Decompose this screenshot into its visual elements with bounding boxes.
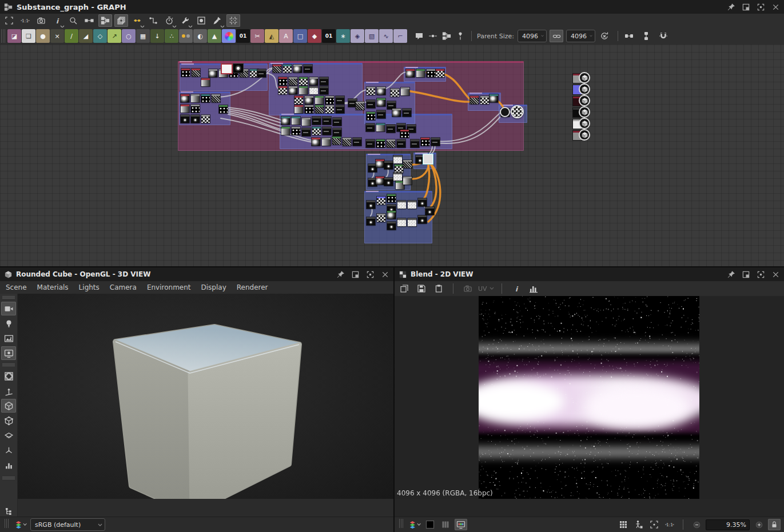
node-button-curve-dynamic[interactable]: ∿ [379,29,393,43]
graph-node[interactable] [283,65,292,73]
graph-node[interactable] [397,201,406,209]
stats-bars-button[interactable] [1,458,16,472]
graph-node[interactable] [191,94,200,102]
menu-scene[interactable]: Scene [6,282,27,293]
graph-node[interactable] [315,96,324,104]
graph-node[interactable] [480,96,489,104]
graph-node[interactable] [191,115,200,123]
node-button-link-dots[interactable] [179,29,193,43]
fit-frame-button[interactable] [648,519,660,530]
link-size-button[interactable] [550,30,563,42]
graph-node[interactable] [257,69,266,77]
search-button[interactable] [66,14,80,27]
graph-node[interactable] [281,127,290,135]
graph-node[interactable] [408,218,416,226]
terminal-node[interactable] [511,105,524,118]
graph-node[interactable] [393,173,402,181]
graph-node[interactable] [356,102,364,110]
menu-renderer[interactable]: Renderer [237,282,268,293]
plane-diamond-button[interactable] [1,429,16,442]
toolbar-grip[interactable] [1,29,5,43]
graph-node[interactable] [181,105,189,113]
graph-node[interactable] [403,160,412,168]
float-window-button[interactable] [351,270,360,279]
node-button-tile-sampler[interactable]: ▦ [136,29,150,43]
wrench-button[interactable] [178,14,192,27]
axes-button[interactable] [1,384,16,398]
timer-button[interactable] [162,14,176,27]
graph-node[interactable] [304,65,312,73]
graph-node[interactable] [309,77,318,85]
graph-node[interactable] [325,96,334,104]
graph-node[interactable] [201,94,210,102]
wire-sphere-button[interactable] [1,369,16,383]
actual-size-button[interactable]: 1:1 [663,519,676,530]
clean-brush-button[interactable] [210,14,224,27]
display-rgb-button[interactable] [455,519,467,530]
graph-node[interactable] [293,65,302,73]
graph-node[interactable] [387,139,395,147]
maximize-button[interactable] [756,2,766,12]
graph-node[interactable] [212,94,220,102]
graph-node[interactable] [273,65,281,73]
pin-node-button[interactable] [453,30,467,42]
graph-node[interactable] [384,161,393,169]
histogram-button[interactable] [527,282,540,295]
view3d-viewport[interactable] [0,294,393,499]
graph-node[interactable] [336,105,344,113]
graph-view-button[interactable] [98,14,112,27]
graph-node[interactable] [333,128,341,136]
share-graph-button[interactable] [440,30,453,42]
graph-node[interactable] [403,109,411,117]
graph-node[interactable] [312,138,320,146]
swatch-black-button[interactable] [424,519,436,530]
graph-node[interactable] [470,96,479,104]
actual-size-button[interactable]: 1:1 [18,14,32,27]
dup-image-button[interactable] [397,282,411,295]
graph-node[interactable] [302,128,311,136]
graph-node[interactable] [353,138,361,146]
graph-node[interactable] [302,118,311,126]
thumbnail-button[interactable] [194,14,208,27]
graph-node[interactable] [427,69,435,77]
cube-verts-button[interactable] [1,414,16,427]
node-button-flood-fill[interactable]: ◆ [308,29,321,43]
connect-dot-button[interactable] [130,14,144,27]
graph-node[interactable] [201,115,210,123]
display-gear-button[interactable] [1,346,16,360]
graph-node[interactable] [295,96,303,104]
node-button-corner[interactable]: ⌐ [393,29,407,43]
dot-link-button[interactable] [426,30,440,42]
graph-node[interactable] [367,100,375,108]
graph-node[interactable] [209,69,217,77]
node-button-transform-2d[interactable]: ◇ [93,29,107,43]
parent-size-width-select[interactable]: 4096 [518,30,547,42]
graph-node[interactable] [289,77,297,85]
graph-node[interactable] [333,118,341,126]
info-italic-button[interactable]: i [510,282,523,295]
node-button-transform[interactable]: ❏ [22,29,35,43]
layers-stack-button[interactable] [114,14,128,27]
grid-snap-button[interactable] [226,14,240,27]
node-button-height-blend[interactable]: ↓ [150,29,164,43]
graph-node[interactable] [395,165,403,173]
node-button-scatter[interactable]: ∴ [165,29,178,43]
camera-button[interactable] [34,14,48,27]
graph-node[interactable] [397,139,405,147]
pin-button[interactable] [726,2,736,12]
frame-select-button[interactable] [2,14,16,27]
parent-size-height-select[interactable]: 4096 [566,30,595,42]
graph-node[interactable] [367,112,375,120]
graph-node[interactable] [418,215,427,223]
graph-node[interactable] [322,138,331,146]
graph-node[interactable] [436,69,444,77]
graph-node[interactable] [387,101,396,109]
strip-grip[interactable] [2,477,15,479]
selected-blend-node[interactable] [424,155,432,163]
graph-node[interactable] [278,86,287,94]
graph-node[interactable] [418,198,427,206]
magnet-button[interactable] [656,30,670,42]
strip-grip[interactable] [2,363,15,366]
output-height[interactable] [573,118,598,129]
node-button-gradient-dynamic[interactable]: ◈ [351,29,364,43]
